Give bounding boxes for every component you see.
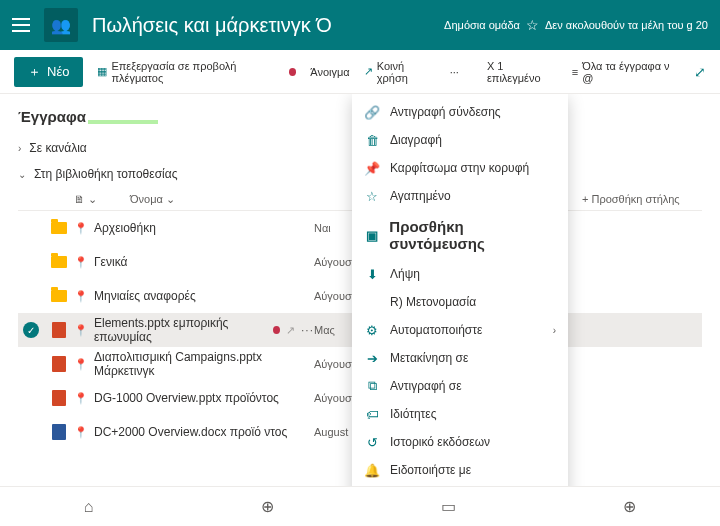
col-name[interactable]: Όνομα ⌄ — [130, 193, 370, 206]
col-add[interactable]: + Προσθήκη στήλης — [582, 193, 702, 206]
ctx-rename[interactable]: R) Μετονομασία — [352, 288, 568, 316]
badge-dot-icon — [273, 326, 280, 334]
ctx-manage[interactable]: ⚑Διαχείριση των ειδοποιήσεών μου — [352, 484, 568, 486]
expand-icon[interactable]: ⤢ — [694, 64, 706, 80]
pin-icon: 📍 — [74, 426, 88, 439]
pin-icon: 📌 — [364, 160, 380, 176]
folder-icon — [51, 256, 67, 268]
ctx-move[interactable]: ➔Μετακίνηση σε — [352, 344, 568, 372]
file-name: Elements.pptx εμπορικής επωνυμίας — [94, 316, 267, 344]
ctx-history[interactable]: ↺Ιστορικό εκδόσεων — [352, 428, 568, 456]
ctx-favorite[interactable]: ☆Αγαπημένο — [352, 182, 568, 210]
highlight-mark — [88, 120, 158, 124]
folder-icon — [51, 290, 67, 302]
home-icon[interactable]: ⌂ — [84, 498, 94, 516]
ctx-shortcut[interactable]: ▣Προσθήκη συντόμευσης — [352, 210, 568, 260]
selected-count: X 1 επιλεγμένο — [487, 60, 558, 84]
file-name: DC+2000 Overview.docx προϊό ντος — [94, 425, 287, 439]
copy-icon: ⧉ — [364, 378, 380, 394]
context-menu: 🔗Αντιγραφή σύνδεσης 🗑Διαγραφή 📌Καρφίτσωμ… — [352, 94, 568, 486]
tag-icon: 🏷 — [364, 406, 380, 422]
ctx-download[interactable]: ⬇Λήψη — [352, 260, 568, 288]
team-logo[interactable]: 👥 — [44, 8, 78, 42]
file-name: Γενικά — [94, 255, 127, 269]
pin-icon: 📍 — [74, 324, 88, 337]
file-name: Αρχειοθήκη — [94, 221, 156, 235]
ctx-alert[interactable]: 🔔Ειδοποιήστε με — [352, 456, 568, 484]
globe-icon[interactable]: ⊕ — [261, 497, 274, 516]
bell-icon: 🔔 — [364, 462, 380, 478]
check-icon[interactable]: ✓ — [23, 322, 39, 338]
file-name: DG-1000 Overview.pptx προϊόντος — [94, 391, 279, 405]
edit-grid-button[interactable]: ▦Επεξεργασία σε προβολή πλέγματος — [97, 60, 296, 84]
chevron-right-icon: › — [553, 325, 556, 336]
powerpoint-icon — [52, 356, 66, 372]
file-type-icon[interactable]: 🗎 ⌄ — [74, 193, 130, 206]
pin-icon: 📍 — [74, 392, 88, 405]
powerpoint-icon — [52, 390, 66, 406]
share-icon[interactable]: ↗ — [286, 324, 295, 337]
add-icon[interactable]: ⊕ — [623, 497, 636, 516]
file-name: Μηνιαίες αναφορές — [94, 289, 196, 303]
ctx-delete[interactable]: 🗑Διαγραφή — [352, 126, 568, 154]
view-filter[interactable]: ≡Όλα τα έγγραφα ν @ — [572, 60, 680, 84]
badge-dot-icon — [289, 68, 297, 76]
team-type: Δημόσια ομάδα — [444, 19, 520, 31]
download-icon: ⬇ — [364, 266, 380, 282]
pin-icon: 📍 — [74, 358, 88, 371]
move-icon: ➔ — [364, 350, 380, 366]
follow-text: Δεν ακολουθούν τα μέλη του g 20 — [545, 19, 708, 31]
shortcut-icon: ▣ — [364, 227, 379, 243]
pin-icon: 📍 — [74, 290, 88, 303]
star-icon[interactable]: ☆ — [526, 17, 539, 33]
new-button[interactable]: ＋ Νέο — [14, 57, 83, 87]
command-bar: ＋ Νέο ▦Επεξεργασία σε προβολή πλέγματος … — [0, 50, 720, 94]
team-info: Δημόσια ομάδα ☆ Δεν ακολουθούν τα μέλη τ… — [444, 17, 708, 33]
ctx-automate[interactable]: ⚙Αυτοματοποιήστε› — [352, 316, 568, 344]
pin-icon: 📍 — [74, 256, 88, 269]
content-area: Έγγραφα › Σε κανάλια ⌄ Στη βιβλιοθήκη το… — [0, 94, 720, 486]
word-icon — [52, 424, 66, 440]
trash-icon: 🗑 — [364, 132, 380, 148]
ctx-copy-link[interactable]: 🔗Αντιγραφή σύνδεσης — [352, 98, 568, 126]
folder-icon — [51, 222, 67, 234]
chevron-down-icon: ⌄ — [18, 169, 26, 180]
powerpoint-icon — [52, 322, 66, 338]
share-button[interactable]: ↗Κοινή χρήση — [364, 60, 436, 84]
ctx-properties[interactable]: 🏷Ιδιότητες — [352, 400, 568, 428]
menu-icon[interactable] — [12, 18, 30, 32]
more-icon[interactable]: ··· — [301, 323, 314, 337]
bottom-nav: ⌂ ⊕ ▭ ⊕ — [0, 486, 720, 526]
app-header: 👥 Πωλήσεις και μάρκετινγκ Ό Δημόσια ομάδ… — [0, 0, 720, 50]
history-icon: ↺ — [364, 434, 380, 450]
ctx-copy[interactable]: ⧉Αντιγραφή σε — [352, 372, 568, 400]
link-icon: 🔗 — [364, 104, 380, 120]
pin-icon: 📍 — [74, 222, 88, 235]
file-name: Διαπολιτισμική Campaigns.pptx Μάρκετινγκ — [94, 350, 314, 378]
more-commands[interactable]: ··· — [450, 66, 459, 78]
flow-icon: ⚙ — [364, 322, 380, 338]
rename-icon — [364, 294, 380, 310]
team-title: Πωλήσεις και μάρκετινγκ Ό — [92, 14, 444, 37]
ctx-pin[interactable]: 📌Καρφίτσωμα στην κορυφή — [352, 154, 568, 182]
star-icon: ☆ — [364, 188, 380, 204]
chevron-right-icon: › — [18, 143, 21, 154]
open-button[interactable]: Άνοιγμα — [310, 66, 349, 78]
phone-icon[interactable]: ▭ — [441, 497, 456, 516]
